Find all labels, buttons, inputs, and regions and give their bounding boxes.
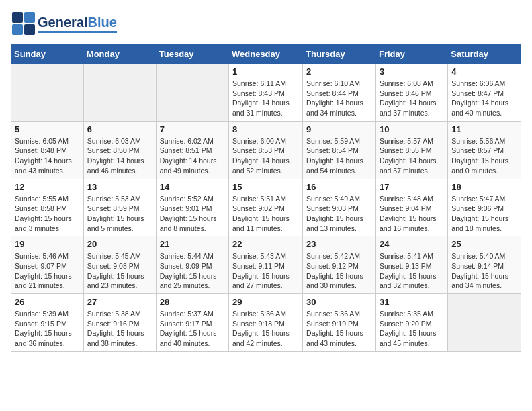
logo-blue: Blue: [87, 15, 116, 30]
calendar-week-row: 19Sunrise: 5:46 AM Sunset: 9:07 PM Dayli…: [11, 236, 521, 294]
calendar-cell: 21Sunrise: 5:44 AM Sunset: 9:09 PM Dayli…: [156, 236, 228, 294]
day-number: 11: [451, 124, 517, 134]
calendar-cell: 19Sunrise: 5:46 AM Sunset: 9:07 PM Dayli…: [11, 236, 84, 294]
calendar-cell: 13Sunrise: 5:53 AM Sunset: 8:59 PM Dayli…: [83, 179, 156, 236]
day-number: 10: [380, 124, 444, 134]
calendar-cell: 1Sunrise: 6:11 AM Sunset: 8:43 PM Daylig…: [229, 64, 303, 122]
day-number: 28: [160, 297, 225, 307]
svg-rect-0: [12, 12, 23, 23]
calendar-table: SundayMondayTuesdayWednesdayThursdayFrid…: [11, 44, 521, 352]
day-info: Sunrise: 6:05 AM Sunset: 8:48 PM Dayligh…: [15, 136, 80, 176]
day-number: 18: [451, 182, 517, 192]
calendar-cell: 8Sunrise: 6:00 AM Sunset: 8:53 PM Daylig…: [229, 121, 303, 179]
calendar-cell: 16Sunrise: 5:49 AM Sunset: 9:03 PM Dayli…: [303, 179, 376, 236]
day-info: Sunrise: 5:56 AM Sunset: 8:57 PM Dayligh…: [451, 136, 517, 176]
day-number: 13: [87, 182, 152, 192]
logo-general: General: [38, 15, 87, 30]
calendar-cell: 27Sunrise: 5:38 AM Sunset: 9:16 PM Dayli…: [83, 294, 156, 352]
day-info: Sunrise: 6:11 AM Sunset: 8:43 PM Dayligh…: [232, 79, 299, 118]
page-header: GeneralBlue: [11, 11, 521, 36]
day-info: Sunrise: 5:36 AM Sunset: 9:18 PM Dayligh…: [232, 309, 299, 349]
day-info: Sunrise: 5:49 AM Sunset: 9:03 PM Dayligh…: [306, 194, 372, 234]
day-number: 5: [15, 124, 80, 134]
day-header-saturday: Saturday: [448, 45, 521, 64]
day-info: Sunrise: 5:41 AM Sunset: 9:13 PM Dayligh…: [380, 251, 444, 291]
calendar-cell: 5Sunrise: 6:05 AM Sunset: 8:48 PM Daylig…: [11, 121, 84, 179]
calendar-cell: 3Sunrise: 6:08 AM Sunset: 8:46 PM Daylig…: [375, 64, 447, 122]
day-info: Sunrise: 5:46 AM Sunset: 9:07 PM Dayligh…: [15, 251, 80, 291]
calendar-cell: 22Sunrise: 5:43 AM Sunset: 9:11 PM Dayli…: [229, 236, 303, 294]
calendar-cell: [83, 64, 156, 122]
day-info: Sunrise: 5:42 AM Sunset: 9:12 PM Dayligh…: [306, 251, 372, 291]
day-number: 25: [451, 239, 517, 249]
day-info: Sunrise: 6:02 AM Sunset: 8:51 PM Dayligh…: [160, 136, 225, 176]
day-info: Sunrise: 6:03 AM Sunset: 8:50 PM Dayligh…: [87, 136, 152, 176]
day-number: 9: [306, 124, 372, 134]
day-header-friday: Friday: [375, 45, 447, 64]
day-number: 29: [232, 297, 299, 307]
calendar-week-row: 26Sunrise: 5:39 AM Sunset: 9:15 PM Dayli…: [11, 294, 521, 352]
calendar-cell: [448, 294, 521, 352]
calendar-cell: [11, 64, 84, 122]
svg-rect-3: [24, 24, 35, 35]
calendar-cell: [156, 64, 228, 122]
day-number: 12: [15, 182, 80, 192]
calendar-header-row: SundayMondayTuesdayWednesdayThursdayFrid…: [11, 45, 521, 64]
logo-icon: [11, 11, 36, 36]
day-number: 20: [87, 239, 152, 249]
day-number: 4: [451, 66, 517, 77]
svg-rect-2: [12, 24, 23, 35]
calendar-cell: 20Sunrise: 5:45 AM Sunset: 9:08 PM Dayli…: [83, 236, 156, 294]
calendar-cell: 23Sunrise: 5:42 AM Sunset: 9:12 PM Dayli…: [303, 236, 376, 294]
calendar-cell: 24Sunrise: 5:41 AM Sunset: 9:13 PM Dayli…: [375, 236, 447, 294]
calendar-cell: 14Sunrise: 5:52 AM Sunset: 9:01 PM Dayli…: [156, 179, 228, 236]
day-number: 19: [15, 239, 80, 249]
day-info: Sunrise: 5:37 AM Sunset: 9:17 PM Dayligh…: [160, 309, 225, 349]
calendar-cell: 2Sunrise: 6:10 AM Sunset: 8:44 PM Daylig…: [303, 64, 376, 122]
calendar-cell: 12Sunrise: 5:55 AM Sunset: 8:58 PM Dayli…: [11, 179, 84, 236]
day-header-tuesday: Tuesday: [156, 45, 228, 64]
day-number: 2: [306, 66, 372, 77]
day-info: Sunrise: 5:55 AM Sunset: 8:58 PM Dayligh…: [15, 194, 80, 234]
day-info: Sunrise: 6:10 AM Sunset: 8:44 PM Dayligh…: [306, 79, 372, 118]
day-info: Sunrise: 5:52 AM Sunset: 9:01 PM Dayligh…: [160, 194, 225, 234]
day-info: Sunrise: 6:00 AM Sunset: 8:53 PM Dayligh…: [232, 136, 299, 176]
day-number: 17: [380, 182, 444, 192]
day-header-sunday: Sunday: [11, 45, 84, 64]
day-number: 21: [160, 239, 225, 249]
day-info: Sunrise: 5:47 AM Sunset: 9:06 PM Dayligh…: [451, 194, 517, 234]
day-header-thursday: Thursday: [303, 45, 376, 64]
calendar-cell: 26Sunrise: 5:39 AM Sunset: 9:15 PM Dayli…: [11, 294, 84, 352]
day-number: 14: [160, 182, 225, 192]
day-info: Sunrise: 6:06 AM Sunset: 8:47 PM Dayligh…: [451, 79, 517, 118]
day-info: Sunrise: 5:51 AM Sunset: 9:02 PM Dayligh…: [232, 194, 299, 234]
calendar-cell: 28Sunrise: 5:37 AM Sunset: 9:17 PM Dayli…: [156, 294, 228, 352]
calendar-cell: 15Sunrise: 5:51 AM Sunset: 9:02 PM Dayli…: [229, 179, 303, 236]
day-info: Sunrise: 5:40 AM Sunset: 9:14 PM Dayligh…: [451, 251, 517, 291]
day-info: Sunrise: 5:53 AM Sunset: 8:59 PM Dayligh…: [87, 194, 152, 234]
calendar-cell: 17Sunrise: 5:48 AM Sunset: 9:04 PM Dayli…: [375, 179, 447, 236]
day-number: 27: [87, 297, 152, 307]
day-info: Sunrise: 5:48 AM Sunset: 9:04 PM Dayligh…: [380, 194, 444, 234]
calendar-cell: 9Sunrise: 5:59 AM Sunset: 8:54 PM Daylig…: [303, 121, 376, 179]
calendar-cell: 30Sunrise: 5:36 AM Sunset: 9:19 PM Dayli…: [303, 294, 376, 352]
day-header-wednesday: Wednesday: [229, 45, 303, 64]
day-number: 22: [232, 239, 299, 249]
day-number: 30: [306, 297, 372, 307]
day-number: 6: [87, 124, 152, 134]
calendar-cell: 6Sunrise: 6:03 AM Sunset: 8:50 PM Daylig…: [83, 121, 156, 179]
day-info: Sunrise: 5:36 AM Sunset: 9:19 PM Dayligh…: [306, 309, 372, 349]
calendar-cell: 18Sunrise: 5:47 AM Sunset: 9:06 PM Dayli…: [448, 179, 521, 236]
day-number: 16: [306, 182, 372, 192]
day-number: 24: [380, 239, 444, 249]
calendar-week-row: 1Sunrise: 6:11 AM Sunset: 8:43 PM Daylig…: [11, 64, 521, 122]
day-number: 3: [380, 66, 444, 77]
day-info: Sunrise: 5:45 AM Sunset: 9:08 PM Dayligh…: [87, 251, 152, 291]
day-info: Sunrise: 6:08 AM Sunset: 8:46 PM Dayligh…: [380, 79, 444, 118]
day-number: 23: [306, 239, 372, 249]
calendar-cell: 7Sunrise: 6:02 AM Sunset: 8:51 PM Daylig…: [156, 121, 228, 179]
calendar-cell: 25Sunrise: 5:40 AM Sunset: 9:14 PM Dayli…: [448, 236, 521, 294]
day-info: Sunrise: 5:38 AM Sunset: 9:16 PM Dayligh…: [87, 309, 152, 349]
svg-rect-1: [24, 12, 35, 23]
calendar-week-row: 5Sunrise: 6:05 AM Sunset: 8:48 PM Daylig…: [11, 121, 521, 179]
